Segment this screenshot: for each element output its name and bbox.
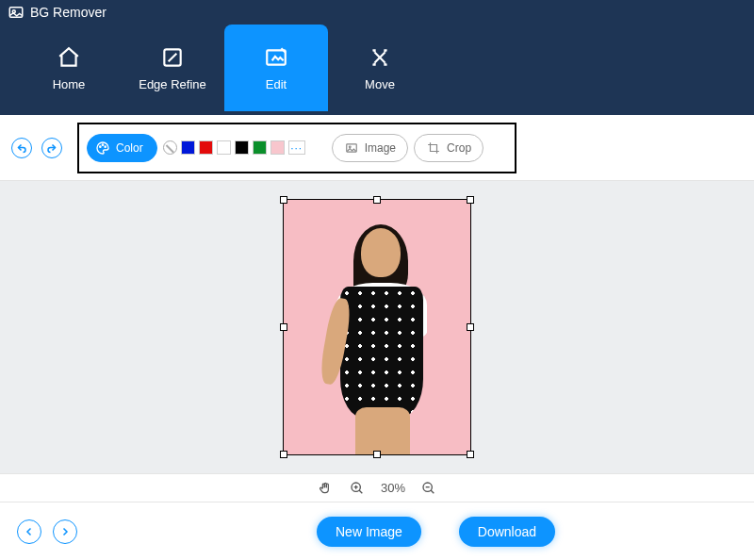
edit-icon	[264, 45, 288, 70]
toolbar: Color ··· Image Crop	[0, 115, 754, 181]
zoom-bar: 30%	[0, 473, 754, 502]
color-label: Color	[116, 141, 143, 155]
pan-icon[interactable]	[317, 480, 334, 497]
svg-point-4	[100, 146, 101, 147]
undo-button[interactable]	[11, 138, 32, 158]
canvas-area[interactable]	[0, 181, 754, 473]
image-selection[interactable]	[283, 199, 471, 455]
crop-tool-button[interactable]: Crop	[414, 134, 484, 162]
nav-edit[interactable]: Edit	[224, 25, 328, 111]
subject-person	[320, 228, 442, 454]
nav-edge-refine[interactable]: Edge Refine	[121, 25, 224, 111]
image-tool-button[interactable]: Image	[332, 134, 408, 162]
nav-label: Move	[365, 77, 395, 91]
swatch-green[interactable]	[253, 140, 267, 155]
prev-button[interactable]	[17, 519, 41, 544]
color-swatches: ···	[163, 140, 305, 155]
app-logo-icon	[8, 4, 25, 21]
move-icon	[368, 45, 392, 70]
image-background	[284, 200, 470, 454]
next-button[interactable]	[53, 519, 77, 544]
app-title: BG Remover	[30, 5, 107, 20]
nav-label: Home	[53, 77, 86, 91]
color-tool-button[interactable]: Color	[87, 134, 157, 162]
resize-handle[interactable]	[373, 451, 381, 458]
palette-icon	[95, 140, 110, 156]
nav-home[interactable]: Home	[17, 25, 121, 111]
home-icon	[57, 45, 81, 70]
resize-handle[interactable]	[467, 323, 474, 331]
crop-label: Crop	[447, 141, 471, 155]
resize-handle[interactable]	[280, 323, 287, 331]
resize-handle[interactable]	[467, 196, 474, 204]
swatch-blue[interactable]	[181, 140, 195, 155]
crop-icon	[426, 140, 441, 156]
zoom-out-icon[interactable]	[420, 480, 437, 497]
image-icon	[344, 140, 359, 156]
edge-refine-icon	[160, 45, 185, 70]
svg-point-8	[349, 145, 351, 147]
swatch-white[interactable]	[217, 140, 231, 155]
title-bar: BG Remover	[0, 0, 754, 25]
swatch-none[interactable]	[163, 140, 177, 155]
zoom-level: 30%	[381, 481, 405, 495]
swatch-red[interactable]	[199, 140, 213, 155]
edit-toolbar-box: Color ··· Image Crop	[77, 123, 516, 173]
redo-button[interactable]	[41, 138, 62, 158]
new-image-button[interactable]: New Image	[317, 517, 421, 547]
swatch-pink[interactable]	[270, 140, 285, 155]
svg-point-6	[105, 146, 106, 147]
resize-handle[interactable]	[280, 451, 287, 458]
zoom-in-icon[interactable]	[349, 480, 366, 497]
image-label: Image	[365, 141, 396, 155]
resize-handle[interactable]	[373, 196, 381, 204]
nav-label: Edge Refine	[139, 77, 206, 91]
svg-point-5	[102, 144, 103, 145]
footer: New Image Download	[0, 502, 754, 560]
main-nav: Home Edge Refine Edit Move	[0, 25, 754, 111]
nav-label: Edit	[266, 77, 287, 91]
swatch-black[interactable]	[235, 140, 249, 155]
swatch-more[interactable]: ···	[288, 140, 305, 155]
resize-handle[interactable]	[467, 451, 474, 458]
resize-handle[interactable]	[280, 196, 287, 204]
nav-move[interactable]: Move	[328, 25, 432, 111]
download-button[interactable]: Download	[459, 517, 555, 547]
